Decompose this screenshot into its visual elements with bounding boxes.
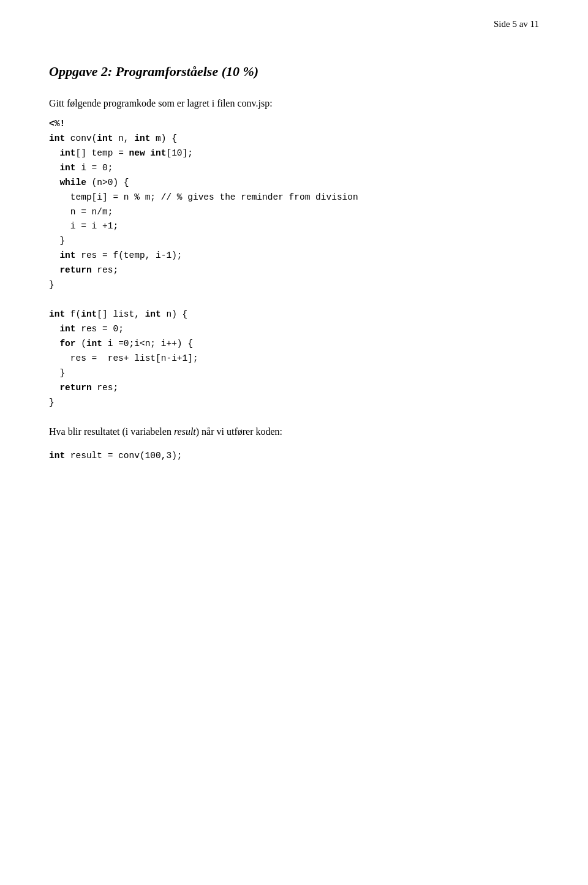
intro-text: Gitt følgende programkode som er lagret … — [49, 96, 539, 111]
code-block-main: <%! int conv(int n, int m) { int[] temp … — [49, 117, 539, 410]
page-content: Oppgave 2: Programforståelse (10 %) Gitt… — [49, 61, 539, 464]
section-title: Oppgave 2: Programforståelse (10 %) — [49, 61, 539, 81]
answer-code: int result = conv(100,3); — [49, 449, 539, 464]
question-text: Hva blir resultatet (i variabelen result… — [49, 424, 539, 439]
page-header: Side 5 av 11 — [494, 17, 539, 31]
